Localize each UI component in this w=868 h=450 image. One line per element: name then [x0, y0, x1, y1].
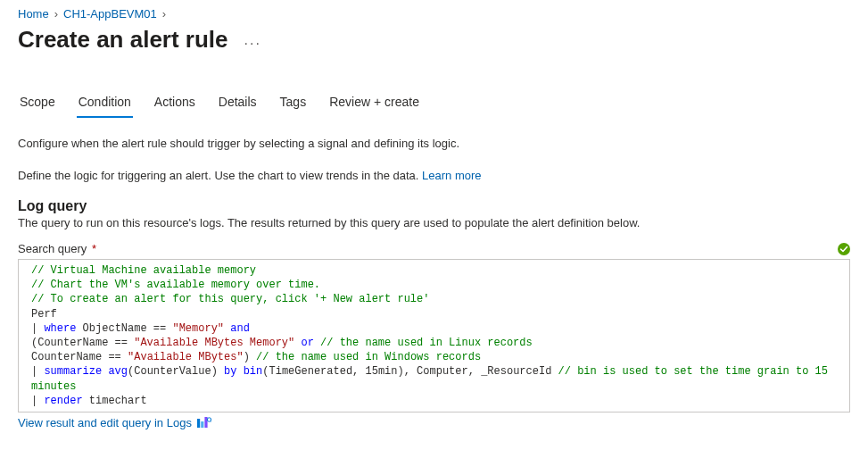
learn-more-link[interactable]: Learn more: [422, 169, 481, 182]
section-heading-log-query: Log query: [18, 198, 850, 214]
section-description: The query to run on this resource's logs…: [18, 216, 850, 229]
tab-details[interactable]: Details: [217, 89, 259, 118]
code-line: | summarize avg(CounterValue) by bin(Tim…: [31, 364, 842, 379]
intro-line-1: Configure when the alert rule should tri…: [18, 135, 850, 153]
tab-scope[interactable]: Scope: [18, 89, 57, 118]
view-edit-in-logs-link[interactable]: View result and edit query in Logs: [18, 416, 192, 429]
breadcrumb-home[interactable]: Home: [18, 7, 49, 21]
tab-condition[interactable]: Condition: [77, 89, 133, 118]
code-line: // To create an alert for this query, cl…: [31, 292, 842, 306]
search-query-label: Search query: [18, 242, 87, 255]
code-line: (CounterName == "Available MBytes Memory…: [31, 336, 842, 350]
tabs: Scope Condition Actions Details Tags Rev…: [18, 89, 850, 119]
breadcrumb: Home › CH1-AppBEVM01 ›: [18, 7, 850, 21]
breadcrumb-separator: ›: [162, 7, 166, 21]
code-line: // Chart the VM's available memory over …: [31, 278, 842, 292]
code-line: // Virtual Machine available memory: [31, 263, 842, 278]
intro-line-2: Define the logic for triggering an alert…: [18, 167, 850, 185]
svg-rect-1: [201, 421, 203, 428]
page-title: Create an alert rule: [18, 26, 228, 54]
svg-line-4: [211, 421, 211, 422]
tab-actions[interactable]: Actions: [153, 89, 197, 118]
intro-line-2-text: Define the logic for triggering an alert…: [18, 169, 422, 182]
tab-tags[interactable]: Tags: [278, 89, 309, 118]
code-line: Perf: [31, 307, 842, 321]
code-line: | render timechart: [31, 394, 842, 408]
search-query-editor[interactable]: // Virtual Machine available memory// Ch…: [18, 259, 850, 412]
svg-rect-0: [197, 419, 200, 428]
code-line: | where ObjectName == "Memory" and: [31, 321, 842, 336]
required-marker: *: [92, 242, 96, 255]
code-line: minutes: [31, 379, 842, 394]
title-row: Create an alert rule ···: [18, 26, 850, 54]
validation-success-icon: [838, 243, 850, 255]
logs-icon: [197, 417, 210, 428]
breadcrumb-resource[interactable]: CH1-AppBEVM01: [63, 7, 157, 21]
svg-point-3: [207, 418, 211, 421]
tab-review-create[interactable]: Review + create: [327, 89, 421, 118]
code-line: CounterName == "Available MBytes") // th…: [31, 350, 842, 364]
breadcrumb-separator: ›: [54, 7, 58, 21]
more-actions-button[interactable]: ···: [241, 37, 265, 51]
